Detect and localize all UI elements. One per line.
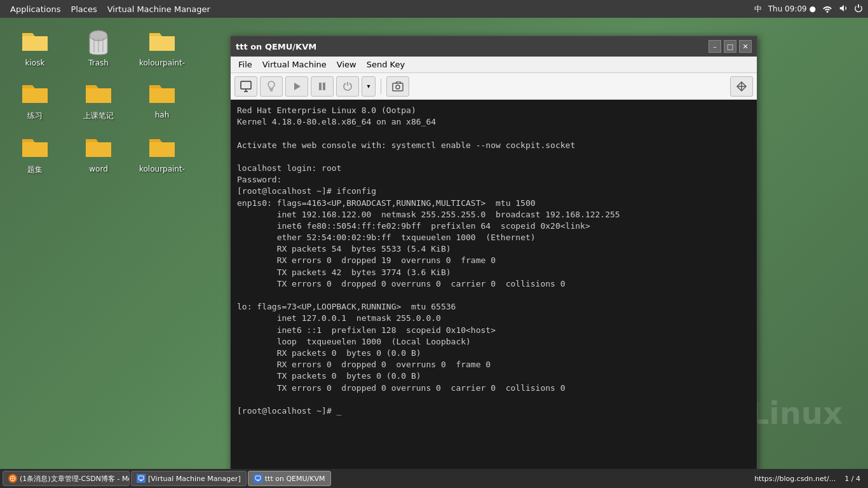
svg-point-11 [396,85,400,89]
ttt-icon [254,474,262,483]
classnotes-image [83,79,114,109]
vm-titlebar: ttt on QEMU/KVM – □ ✕ [231,36,757,57]
kolourpaint2-image [147,133,177,163]
problems-icon[interactable]: 题集 [6,130,64,178]
svg-rect-6 [241,81,251,89]
file-menu[interactable]: File [233,58,257,71]
icon-row-2: 练习 上课笔记 hah [6,76,191,124]
svg-rect-0 [858,4,859,7]
hah-label: hah [155,111,170,119]
taskbar-ttt[interactable]: ttt on QEMU/KVM [248,471,331,486]
word-icon[interactable]: word [70,130,127,178]
exercises-icon[interactable]: 练习 [6,76,64,124]
audio-icon [839,4,848,15]
svg-rect-9 [323,83,325,90]
svg-rect-15 [255,476,261,480]
svg-rect-10 [393,83,403,91]
taskbar-ttt-label: ttt on QEMU/KVM [265,475,325,483]
send-key-menu[interactable]: Send Key [362,58,410,71]
svg-rect-13 [139,476,144,480]
word-image [83,133,114,163]
vm-toolbar: ▾ [231,73,757,100]
vm-manager-menu[interactable]: Virtual Machine Manager [102,3,215,15]
kiosk-label: kiosk [25,58,45,67]
url-display: https://blog.csdn.net/... [754,475,836,483]
virtual-machine-menu[interactable]: Virtual Machine [257,58,332,71]
top-menubar: Applications Places Virtual Machine Mana… [0,0,868,18]
svg-rect-16 [257,480,259,481]
trash-image [83,27,114,57]
vm-title: ttt on QEMU/KVM [236,42,316,51]
trash-label: Trash [88,58,109,67]
view-menu[interactable]: View [332,58,362,71]
icon-row-3: 题集 word kolourpaint- [6,130,191,178]
terminal-content: Red Hat Enterprise Linux 8.0 (Ootpa) Ker… [237,105,750,417]
kiosk-icon[interactable]: kiosk [6,24,64,70]
vm-terminal[interactable]: Red Hat Enterprise Linux 8.0 (Ootpa) Ker… [231,100,757,473]
word-label: word [89,165,108,173]
input-method-indicator: 中 [754,4,762,15]
problems-image [20,133,50,163]
taskbar-browser-label: (1条消息)文章管理-CSDN博客 - Mo... [20,474,130,484]
hah-icon[interactable]: hah [133,76,191,124]
play-button[interactable] [285,76,308,97]
classnotes-icon[interactable]: 上课笔记 [70,76,127,124]
taskbar-browser[interactable]: (1条消息)文章管理-CSDN博客 - Mo... [3,471,130,486]
power-dropdown-button[interactable]: ▾ [362,76,376,97]
resize-button[interactable] [730,76,753,97]
screenshot-button[interactable] [386,76,409,97]
svg-rect-14 [140,480,142,481]
taskbar: (1条消息)文章管理-CSDN博客 - Mo... [Virtual Machi… [0,469,868,488]
kolourpaint2-label: kolourpaint- [139,165,185,173]
power-icon [854,4,863,15]
power-vm-button[interactable] [336,76,359,97]
datetime-display: Thu 09:09 ● [768,4,816,13]
monitor-button[interactable] [234,76,257,97]
close-button[interactable]: ✕ [739,40,752,53]
applications-menu[interactable]: Applications [5,3,65,15]
page-info: 1 / 4 [844,475,860,483]
svg-marker-7 [294,83,301,90]
taskbar-right: https://blog.csdn.net/... 1 / 4 [754,475,865,483]
problems-label: 题集 [27,165,43,175]
toolbar-sep [381,79,381,94]
kolourpaint1-image [147,27,177,57]
pause-button[interactable] [311,76,334,97]
kolourpaint1-label: kolourpaint- [139,58,185,67]
desktop-icons: kiosk Trash [6,24,191,178]
taskbar-vmm-label: [Virtual Machine Manager] [148,475,241,483]
maximize-button[interactable]: □ [724,40,736,53]
classnotes-label: 上课笔记 [83,111,114,121]
vmm-icon [137,474,146,483]
desktop: kiosk Trash [0,18,868,469]
folder-image [20,27,50,57]
topbar-right: 中 Thu 09:09 ● [754,3,863,15]
kolourpaint1-icon[interactable]: kolourpaint- [133,24,191,70]
browser-favicon [8,474,17,483]
hah-image [147,79,177,109]
minimize-button[interactable]: – [709,40,721,53]
kolourpaint2-icon[interactable]: kolourpaint- [133,130,191,178]
exercises-image [20,79,50,109]
vm-window: ttt on QEMU/KVM – □ ✕ File Virtual Machi… [230,36,757,474]
wifi-icon [822,3,832,15]
taskbar-vmm[interactable]: [Virtual Machine Manager] [131,471,247,486]
trash-icon[interactable]: Trash [70,24,127,70]
icon-row-1: kiosk Trash [6,24,191,70]
bulb-button[interactable] [260,76,283,97]
exercises-label: 练习 [27,111,43,121]
places-menu[interactable]: Places [65,3,102,15]
window-controls: – □ ✕ [709,40,752,53]
svg-rect-8 [319,83,322,90]
vm-menubar: File Virtual Machine View Send Key [231,57,757,73]
